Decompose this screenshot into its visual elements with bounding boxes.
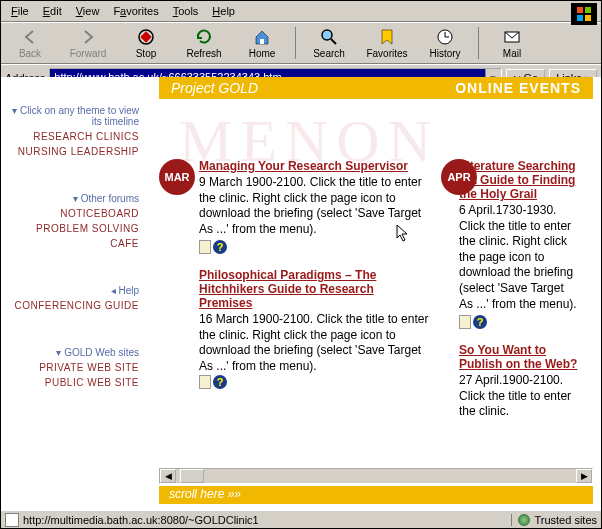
stop-icon	[136, 27, 156, 47]
svg-rect-5	[140, 31, 151, 42]
menu-help[interactable]: Help	[206, 3, 241, 19]
svg-rect-1	[585, 7, 591, 13]
sidebar-noticeboard[interactable]: NOTICEBOARD	[1, 208, 139, 219]
help-icon[interactable]: ?	[473, 315, 487, 329]
menu-view[interactable]: View	[70, 3, 106, 19]
status-url: http://multimedia.bath.ac.uk:8080/~GOLDC…	[23, 514, 259, 526]
event-title-link[interactable]: Philosophical Paradigms – The Hitchhiker…	[199, 268, 429, 310]
svg-line-8	[331, 39, 336, 44]
document-icon[interactable]	[199, 240, 211, 254]
scroll-left-arrow[interactable]: ◀	[160, 469, 176, 483]
event-desc: 6 April.1730-1930. Click the title to en…	[459, 203, 579, 312]
history-button[interactable]: History	[420, 25, 470, 61]
toolbar: Back Forward Stop Refresh Home Search Fa…	[1, 22, 601, 64]
event-desc: 27 April.1900-2100. Click the title to e…	[459, 373, 579, 420]
event-title-link[interactable]: Managing Your Research Supervisor	[199, 159, 429, 173]
history-icon	[435, 27, 455, 47]
svg-rect-2	[577, 15, 583, 21]
sidebar-research-clinics[interactable]: RESEARCH CLINICS	[1, 131, 139, 142]
search-icon	[319, 27, 339, 47]
mail-button[interactable]: Mail	[487, 25, 537, 61]
sidebar: ▾ Click on any theme to view its timelin…	[1, 77, 151, 392]
favorites-icon	[377, 27, 397, 47]
menu-edit[interactable]: Edit	[37, 3, 68, 19]
ie-logo	[571, 3, 597, 25]
event-title-link[interactable]: So You Want to Publish on the Web?	[459, 343, 579, 371]
scroll-right-arrow[interactable]: ▶	[576, 469, 592, 483]
sidebar-public-web[interactable]: PUBLIC WEB SITE	[1, 377, 139, 388]
sidebar-group-gold: ▾ GOLD Web sites	[1, 347, 139, 358]
month-badge-mar: MAR	[159, 159, 195, 195]
zone-icon	[518, 514, 530, 526]
event-desc: 16 March 1900-2100. Click the title to e…	[199, 312, 429, 374]
svg-rect-3	[585, 15, 591, 21]
menu-favorites[interactable]: Favorites	[107, 3, 164, 19]
scroll-hint-banner: scroll here »»	[159, 486, 593, 504]
scroll-track[interactable]	[176, 469, 576, 483]
sidebar-nursing-leadership[interactable]: NURSING LEADERSHIP	[1, 146, 139, 157]
mail-icon	[502, 27, 522, 47]
refresh-icon	[194, 27, 214, 47]
horizontal-scrollbar[interactable]: ◀ ▶	[159, 468, 593, 484]
event-desc: 9 March 1900-2100. Click the title to en…	[199, 175, 429, 237]
page-icon	[5, 513, 19, 527]
event-item: Philosophical Paradigms – The Hitchhiker…	[199, 268, 429, 389]
main-panel: Project GOLD ONLINE EVENTS MENON MAR APR…	[159, 77, 593, 486]
events-column-apr: Literature Searching – A Guide to Findin…	[459, 159, 579, 434]
banner-right: ONLINE EVENTS	[455, 80, 581, 96]
home-icon	[252, 27, 272, 47]
stop-button[interactable]: Stop	[121, 25, 171, 61]
svg-point-9	[323, 31, 331, 39]
events-timeline: MAR APR Managing Your Research Superviso…	[159, 99, 593, 444]
event-item: So You Want to Publish on the Web? 27 Ap…	[459, 343, 579, 420]
sidebar-group-themes: ▾ Click on any theme to view its timelin…	[1, 105, 139, 127]
svg-rect-0	[577, 7, 583, 13]
event-item: Managing Your Research Supervisor 9 Marc…	[199, 159, 429, 254]
sidebar-cafe[interactable]: CAFE	[1, 238, 139, 249]
search-button[interactable]: Search	[304, 25, 354, 61]
help-icon[interactable]: ?	[213, 240, 227, 254]
back-button[interactable]: Back	[5, 25, 55, 61]
sidebar-private-web[interactable]: PRIVATE WEB SITE	[1, 362, 139, 373]
svg-rect-6	[260, 39, 264, 44]
event-item: Literature Searching – A Guide to Findin…	[459, 159, 579, 329]
menu-bar: File Edit View Favorites Tools Help	[1, 1, 601, 22]
events-column-mar: Managing Your Research Supervisor 9 Marc…	[199, 159, 429, 434]
refresh-button[interactable]: Refresh	[179, 25, 229, 61]
content-area: ▾ Click on any theme to view its timelin…	[1, 77, 601, 510]
document-icon[interactable]	[199, 375, 211, 389]
banner-left: Project GOLD	[171, 80, 258, 96]
sidebar-conferencing-guide[interactable]: CONFERENCING GUIDE	[1, 300, 139, 311]
scroll-thumb[interactable]	[180, 469, 204, 483]
favorites-button[interactable]: Favorites	[362, 25, 412, 61]
document-icon[interactable]	[459, 315, 471, 329]
event-title-link[interactable]: Literature Searching – A Guide to Findin…	[459, 159, 579, 201]
menu-file[interactable]: File	[5, 3, 35, 19]
banner: Project GOLD ONLINE EVENTS	[159, 77, 593, 99]
forward-button[interactable]: Forward	[63, 25, 113, 61]
sidebar-group-help: ◂ Help	[1, 285, 139, 296]
menu-tools[interactable]: Tools	[167, 3, 205, 19]
status-zone: Trusted sites	[534, 514, 597, 526]
help-icon[interactable]: ?	[213, 375, 227, 389]
back-icon	[20, 27, 40, 47]
status-bar: http://multimedia.bath.ac.uk:8080/~GOLDC…	[1, 510, 601, 528]
forward-icon	[78, 27, 98, 47]
sidebar-problem-solving[interactable]: PROBLEM SOLVING	[1, 223, 139, 234]
month-badge-apr: APR	[441, 159, 477, 195]
sidebar-group-forums: ▾ Other forums	[1, 193, 139, 204]
home-button[interactable]: Home	[237, 25, 287, 61]
